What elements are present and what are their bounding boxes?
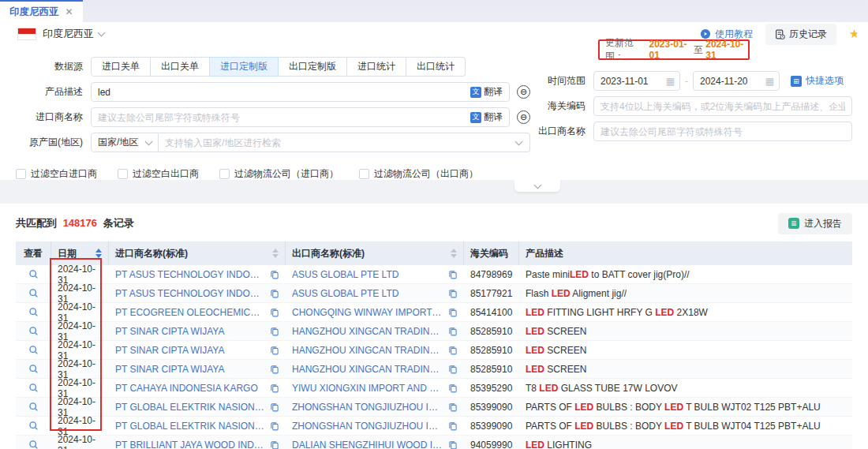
- copy-icon[interactable]: [448, 270, 458, 279]
- copy-icon[interactable]: [270, 308, 279, 317]
- view-detail-icon[interactable]: [28, 269, 39, 279]
- sort-icon[interactable]: [268, 249, 279, 258]
- datasource-tab[interactable]: 出口关单: [151, 57, 210, 77]
- importer-link[interactable]: PT BRILLIANT JAYA WOOD INDUSTRY: [115, 440, 265, 449]
- view-detail-icon[interactable]: [28, 288, 39, 298]
- history-button[interactable]: 历史记录: [765, 24, 836, 45]
- copy-icon[interactable]: [270, 384, 279, 393]
- exporter-link[interactable]: ZHONGSHAN TONGJIUZHOU INTERNA...: [292, 421, 443, 432]
- checkbox-icon[interactable]: [118, 169, 128, 179]
- importer-link[interactable]: PT GLOBAL ELEKTRIK NASIONAL: [115, 402, 265, 413]
- copy-icon[interactable]: [448, 327, 458, 336]
- enter-report-button[interactable]: ≣ 进入报告: [778, 213, 852, 234]
- product-desc-cell: PARTS OF LED BULBS : BODY LED T BULB WJT…: [526, 421, 821, 432]
- importer-link[interactable]: PT SINAR CIPTA WIJAYA: [115, 364, 265, 375]
- copy-icon[interactable]: [270, 421, 279, 431]
- importer-link[interactable]: PT ECOGREEN OLEOCHEMICALS: [115, 307, 265, 318]
- product-desc-input[interactable]: [92, 87, 470, 98]
- exporter-link[interactable]: HANGZHOU XINGCAN TRADING CO LTD: [292, 326, 443, 337]
- filter-checkbox[interactable]: 过滤物流公司（出口商）: [359, 167, 478, 181]
- datasource-tab[interactable]: 进口定制版: [210, 57, 279, 77]
- product-desc-row: 产品描述 文 翻译 ⊖: [0, 82, 530, 102]
- copy-icon[interactable]: [448, 308, 458, 317]
- copy-icon[interactable]: [270, 270, 279, 279]
- copy-icon[interactable]: [270, 440, 279, 449]
- exporter-link[interactable]: HANGZHOU XINGCAN TRADING CO LTD: [292, 364, 443, 375]
- copy-icon[interactable]: [448, 402, 458, 412]
- quick-options-button[interactable]: ⊞ 快捷选项: [791, 74, 844, 88]
- copy-icon[interactable]: [448, 440, 458, 449]
- copy-icon[interactable]: [448, 384, 458, 393]
- copy-icon[interactable]: [270, 327, 279, 336]
- importer-link[interactable]: PT CAHAYA INDONESIA KARGO: [115, 383, 265, 394]
- close-icon[interactable]: ✕: [65, 6, 73, 17]
- view-detail-icon[interactable]: [28, 364, 39, 374]
- exporter-link[interactable]: HANGZHOU XINGCAN TRADING CO LTD: [292, 345, 443, 356]
- copy-icon[interactable]: [270, 402, 279, 412]
- view-detail-icon[interactable]: [28, 307, 39, 317]
- origin-type-select[interactable]: 国家/地区: [91, 133, 159, 152]
- importer-link[interactable]: PT ASUS TECHNOLOGY INDONESIA BA...: [115, 269, 265, 280]
- exporter-link[interactable]: ASUS GLOBAL PTE LTD: [292, 288, 443, 299]
- column-header[interactable]: 日期: [51, 241, 109, 265]
- sort-icon[interactable]: [446, 249, 457, 258]
- importer-link[interactable]: PT SINAR CIPTA WIJAYA: [115, 345, 265, 356]
- copy-icon[interactable]: [448, 365, 458, 374]
- chevron-down-icon[interactable]: [98, 29, 106, 37]
- translate-button[interactable]: 文 翻译: [470, 85, 509, 99]
- copy-icon[interactable]: [270, 289, 279, 298]
- checkbox-icon[interactable]: [359, 169, 369, 179]
- translate-button[interactable]: 文 翻译: [470, 110, 509, 124]
- view-detail-icon[interactable]: [28, 421, 39, 431]
- tab-indonesia[interactable]: 印度尼西亚 ✕: [0, 0, 83, 22]
- view-detail-icon[interactable]: [28, 402, 39, 412]
- end-date-input[interactable]: [694, 76, 765, 87]
- datasource-tab[interactable]: 出口定制版: [279, 57, 347, 77]
- exclude-filter-icon[interactable]: ⊖: [517, 85, 530, 99]
- product-desc-cell: LED SCREEN: [526, 364, 586, 375]
- column-header[interactable]: 进口商名称(标准): [109, 241, 286, 265]
- copy-icon[interactable]: [448, 346, 458, 355]
- view-detail-icon[interactable]: [28, 383, 39, 393]
- product-desc-label: 产品描述: [0, 85, 91, 99]
- view-detail-icon[interactable]: [28, 326, 39, 336]
- copy-icon[interactable]: [270, 365, 279, 374]
- exporter-link[interactable]: ASUS GLOBAL PTE LTD: [292, 269, 443, 280]
- exporter-link[interactable]: DALIAN SHENGZHIHUI WOOD INDUST...: [292, 440, 443, 449]
- hs-code-cell: 85414100: [464, 303, 519, 322]
- importer-link[interactable]: PT SINAR CIPTA WIJAYA: [115, 326, 265, 337]
- table-row: 2024-10-31PT GLOBAL ELEKTRIK NASIONALZHO…: [16, 417, 852, 436]
- column-header[interactable]: 出口商名称(标准): [286, 241, 464, 265]
- exclude-filter-icon[interactable]: ⊖: [517, 110, 530, 124]
- hs-code-row: 海关编码: [530, 96, 852, 116]
- exporter-link[interactable]: CHONGQING WINWAY IMPORT AND E...: [292, 307, 443, 318]
- datasource-tab[interactable]: 出口统计: [406, 57, 466, 77]
- datasource-tab[interactable]: 进口关单: [91, 57, 151, 77]
- importer-name-input[interactable]: [92, 112, 470, 123]
- chevron-down-icon[interactable]: [515, 137, 523, 145]
- importer-link[interactable]: PT ASUS TECHNOLOGY INDONESIA BA...: [115, 288, 265, 299]
- collapse-panel-handle[interactable]: [514, 180, 560, 192]
- copy-icon[interactable]: [270, 346, 279, 355]
- checkbox-icon[interactable]: [219, 169, 230, 179]
- datasource-tab[interactable]: 进口统计: [347, 57, 406, 77]
- exporter-link[interactable]: ZHONGSHAN TONGJIUZHOU INTERNA...: [292, 402, 443, 413]
- checkbox-icon[interactable]: [16, 169, 26, 179]
- view-detail-icon[interactable]: [28, 440, 39, 449]
- hs-code-input[interactable]: [594, 101, 851, 112]
- start-date-input[interactable]: [594, 76, 666, 87]
- importer-link[interactable]: PT GLOBAL ELEKTRIK NASIONAL: [115, 421, 265, 432]
- datasource-tabs: 进口关单出口关单进口定制版出口定制版进口统计出口统计: [91, 57, 466, 77]
- copy-icon[interactable]: [448, 421, 458, 431]
- filter-checkbox[interactable]: 过滤物流公司（进口商）: [219, 167, 339, 181]
- exporter-name-input[interactable]: [594, 126, 851, 137]
- favorite-star-icon[interactable]: ★: [849, 27, 857, 41]
- filter-checkbox[interactable]: 过滤空白进口商: [16, 167, 97, 181]
- hs-code-cell: 85285910: [464, 322, 519, 341]
- sort-icon[interactable]: [91, 249, 102, 258]
- filter-checkbox[interactable]: 过滤空白出口商: [118, 167, 199, 181]
- exporter-link[interactable]: YIWU XIONGXIN IMPORT AND EXPORT...: [292, 383, 443, 394]
- origin-search-input[interactable]: [159, 137, 516, 148]
- view-detail-icon[interactable]: [28, 345, 39, 355]
- copy-icon[interactable]: [448, 289, 458, 298]
